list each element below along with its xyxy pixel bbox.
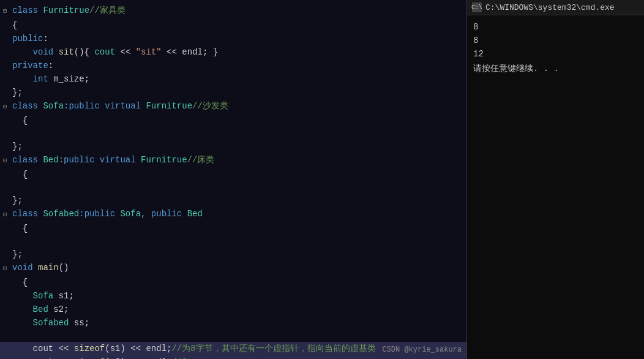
- code-line: Bed s2;: [0, 303, 466, 316]
- code-line: {: [0, 114, 466, 127]
- code-content: Sofabed ss;: [10, 317, 89, 329]
- cmd-output-value: 8: [473, 34, 638, 47]
- code-line: cout << sizeof(s2) << endl;//8: [0, 355, 466, 359]
- code-content: class Sofabed:public Sofa, public Bed: [10, 208, 203, 220]
- cmd-title: C:\WINDOWS\system32\cmd.exe: [485, 3, 615, 12]
- code-line: public:: [0, 32, 466, 45]
- cmd-body: 8812请按任意键继续. . .: [467, 15, 644, 359]
- code-line: Sofa s1;: [0, 289, 466, 303]
- code-editor: ⊟class Furnitrue//家具类{public: void sit()…: [0, 0, 466, 359]
- code-content: private:: [10, 59, 53, 72]
- fold-icon[interactable]: ⊟: [0, 155, 10, 167]
- code-content: void sit(){ cout << "sit" << endl; }: [10, 46, 218, 58]
- code-content: {: [10, 276, 28, 289]
- code-line: ⊟void main(): [0, 261, 466, 276]
- code-content: {: [10, 222, 28, 235]
- code-content: public:: [10, 32, 48, 45]
- fold-icon[interactable]: ⊟: [0, 6, 10, 18]
- code-content: int m_size;: [10, 73, 89, 85]
- code-line: void sit(){ cout << "sit" << endl; }: [0, 45, 466, 59]
- code-line: {: [0, 276, 466, 289]
- code-line: ⊟class Sofa:public virtual Furnitrue//沙发…: [0, 99, 466, 114]
- code-content: {: [10, 168, 28, 181]
- cmd-output-value: 8: [473, 20, 638, 34]
- cmd-window: C:\ C:\WINDOWS\system32\cmd.exe 8812请按任意…: [466, 0, 644, 359]
- cmd-titlebar: C:\ C:\WINDOWS\system32\cmd.exe: [467, 0, 644, 15]
- code-content: };: [10, 248, 23, 260]
- code-line: };: [0, 248, 466, 261]
- cmd-icon: C:\: [472, 2, 482, 12]
- fold-icon[interactable]: ⊟: [0, 209, 10, 221]
- code-content: class Sofa:public virtual Furnitrue//沙发类: [10, 100, 228, 112]
- code-content: {: [10, 19, 17, 31]
- fold-icon[interactable]: ⊟: [0, 101, 10, 113]
- code-content: cout << sizeof(s1) << endl;//为8字节，其中还有一个…: [10, 342, 376, 355]
- code-line: {: [0, 18, 466, 32]
- code-line: {: [0, 168, 466, 181]
- code-line: [0, 235, 466, 248]
- fold-icon[interactable]: ⊟: [0, 263, 10, 275]
- cmd-output-value: 12: [473, 47, 638, 61]
- code-line: [0, 181, 466, 194]
- code-content: cout << sizeof(s2) << endl;//8: [10, 356, 187, 359]
- code-content: };: [10, 194, 23, 206]
- code-line: };: [0, 194, 466, 207]
- code-content: };: [10, 86, 23, 99]
- code-content: Bed s2;: [10, 303, 69, 316]
- code-line: ⊟class Bed:public virtual Furnitrue//床类: [0, 153, 466, 168]
- cmd-continue-text: 请按任意键继续. . .: [473, 63, 638, 74]
- code-line: {: [0, 222, 466, 235]
- code-line: ⊟class Furnitrue//家具类: [0, 4, 466, 18]
- code-line: int m_size;: [0, 72, 466, 86]
- watermark: CSDN @kyrie_sakura: [382, 346, 462, 354]
- code-content: class Furnitrue//家具类: [10, 4, 125, 17]
- code-line: };: [0, 140, 466, 153]
- code-line: ⊟class Sofabed:public Sofa, public Bed: [0, 207, 466, 222]
- code-content: };: [10, 140, 23, 153]
- code-content: Sofa s1;: [10, 290, 74, 302]
- code-line: [0, 330, 466, 342]
- code-content: class Bed:public virtual Furnitrue//床类: [10, 154, 215, 166]
- code-content: void main(): [10, 262, 69, 274]
- code-line: };: [0, 86, 466, 99]
- code-line: Sofabed ss;: [0, 316, 466, 330]
- code-content: {: [10, 115, 28, 127]
- code-line: private:: [0, 59, 466, 72]
- code-line: [0, 127, 466, 140]
